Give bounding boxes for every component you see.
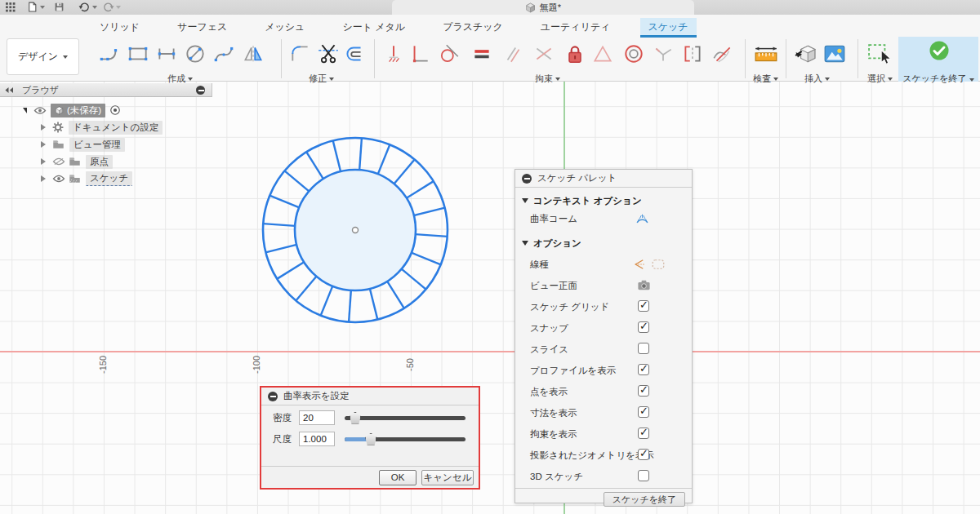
document-tab[interactable]: 無題*: [392, 0, 694, 15]
collapse-left-icon[interactable]: [5, 86, 14, 94]
show-profile-checkbox[interactable]: [638, 364, 649, 375]
tab-utilities[interactable]: ユーティリティ: [532, 18, 619, 38]
slice-checkbox[interactable]: [638, 343, 649, 354]
tree-item-document-settings[interactable]: ドキュメントの設定: [41, 120, 163, 135]
sketch-curvature-comb[interactable]: [0, 82, 980, 514]
insert-group-menu[interactable]: 挿入: [804, 73, 830, 85]
expand-closed-icon[interactable]: [41, 124, 46, 131]
ok-button[interactable]: OK: [379, 470, 416, 485]
offset-icon[interactable]: [343, 42, 366, 65]
two-point-line-icon[interactable]: [155, 42, 178, 65]
panel-collapse-icon[interactable]: [268, 392, 278, 401]
panel-collapse-icon[interactable]: [522, 174, 532, 184]
ribbon-tabs: ソリッド サーフェス メッシュ シート メタル プラスチック ユーティリティ ス…: [91, 18, 697, 38]
rectangle-icon[interactable]: [127, 42, 149, 65]
fillet-icon[interactable]: [289, 42, 312, 65]
show-points-checkbox[interactable]: [638, 385, 649, 397]
fix-lock-icon[interactable]: [564, 42, 586, 65]
document-cube-icon: [55, 106, 64, 115]
selection-box-icon[interactable]: [866, 42, 893, 65]
snap-checkbox[interactable]: [638, 321, 649, 333]
circle-diameter-icon[interactable]: [184, 42, 207, 65]
redo-icon[interactable]: [103, 2, 114, 13]
visibility-eye-icon[interactable]: [33, 106, 47, 115]
active-component-radio-icon[interactable]: [109, 104, 121, 116]
tangent-icon[interactable]: [438, 42, 461, 65]
save-icon[interactable]: [54, 2, 65, 12]
browser-panel-header[interactable]: ブラウザ: [0, 83, 212, 97]
mirror-icon[interactable]: [242, 42, 265, 65]
show-projected-geometry-checkbox[interactable]: [638, 449, 649, 460]
density-slider[interactable]: [345, 416, 466, 420]
palette-finish-sketch-button[interactable]: スケッチを終了: [604, 492, 685, 507]
tree-item-view-management[interactable]: ビュー管理: [41, 137, 125, 152]
document-chip[interactable]: (未保存): [51, 104, 105, 117]
trim-scissors-icon[interactable]: [317, 42, 340, 65]
select-group-menu[interactable]: 選択: [867, 73, 893, 85]
show-dimensions-checkbox[interactable]: [638, 406, 649, 418]
horizontal-vertical-icon[interactable]: [532, 42, 555, 65]
equal-icon[interactable]: [470, 42, 493, 65]
insert-mesh-cube-icon[interactable]: [794, 42, 817, 65]
file-menu-caret-icon[interactable]: [40, 6, 45, 9]
visibility-eye-icon[interactable]: [52, 174, 65, 184]
symmetry-icon[interactable]: [652, 42, 675, 65]
row-slice-label: スライス: [530, 339, 568, 359]
tree-item-document-root[interactable]: (未保存): [23, 103, 121, 117]
section-context-options[interactable]: コンテキスト オプション: [522, 193, 642, 209]
linetype-construction-icon[interactable]: [651, 258, 666, 271]
finish-sketch-button[interactable]: スケッチを終了: [898, 37, 978, 82]
expand-closed-icon[interactable]: [41, 175, 46, 182]
density-slider-handle[interactable]: [350, 412, 361, 424]
cancel-button[interactable]: キャンセル: [421, 470, 474, 485]
tab-plastic[interactable]: プラスチック: [434, 18, 511, 38]
panel-collapse-icon[interactable]: [196, 86, 205, 95]
sketch-palette-header[interactable]: スケッチ パレット: [515, 170, 692, 188]
app-grid-icon[interactable]: [5, 2, 16, 12]
section-options[interactable]: オプション: [522, 235, 581, 251]
inspect-group-menu[interactable]: 検査: [753, 73, 778, 85]
3d-sketch-checkbox[interactable]: [638, 470, 649, 481]
slot-arc-icon[interactable]: [98, 42, 121, 65]
redo-menu-caret-icon[interactable]: [116, 6, 121, 9]
tab-surface[interactable]: サーフェス: [169, 18, 235, 38]
sketch-grid-checkbox[interactable]: [638, 300, 649, 312]
tree-item-origin[interactable]: 原点: [41, 154, 113, 169]
coincident-icon[interactable]: [382, 42, 405, 65]
file-new-icon[interactable]: [27, 2, 38, 12]
perpendicular-icon[interactable]: [408, 42, 431, 65]
polygon-icon[interactable]: [591, 42, 614, 65]
tab-sketch[interactable]: スケッチ: [640, 18, 697, 38]
curvature-icon[interactable]: [710, 42, 733, 65]
folder-icon: [52, 140, 65, 149]
midpoint-icon[interactable]: [681, 42, 704, 65]
insert-image-icon[interactable]: [823, 42, 846, 65]
visibility-off-eye-icon[interactable]: [52, 157, 65, 166]
scale-input[interactable]: [299, 432, 335, 446]
undo-menu-caret-icon[interactable]: [92, 6, 97, 9]
expand-closed-icon[interactable]: [41, 158, 46, 165]
scale-slider-handle[interactable]: [365, 433, 376, 445]
expand-closed-icon[interactable]: [41, 141, 46, 148]
measure-ruler-icon[interactable]: [753, 42, 779, 65]
spline-icon[interactable]: [212, 42, 235, 65]
curvature-comb-icon[interactable]: [635, 211, 650, 225]
linetype-arrow-icon[interactable]: [631, 258, 646, 271]
undo-icon[interactable]: [78, 2, 90, 13]
modify-group-menu[interactable]: 修正: [309, 73, 334, 85]
scale-slider[interactable]: [345, 437, 466, 441]
show-constraints-checkbox[interactable]: [638, 428, 649, 439]
tab-mesh[interactable]: メッシュ: [256, 18, 313, 38]
tab-sheet-metal[interactable]: シート メタル: [334, 18, 413, 38]
density-input[interactable]: [299, 410, 335, 425]
tree-item-sketches[interactable]: スケッチ: [41, 171, 132, 186]
expand-open-icon[interactable]: [23, 108, 27, 113]
look-at-camera-icon[interactable]: [637, 279, 651, 291]
create-group-menu[interactable]: 作成: [167, 73, 193, 85]
viewport-canvas[interactable]: -150 -100 -50 ブラウザ (未保存) ドキュメントの設: [0, 82, 980, 514]
concentric-icon[interactable]: [622, 42, 645, 65]
parallel-icon[interactable]: [501, 42, 524, 65]
dialog-header[interactable]: 曲率表示を設定: [261, 388, 479, 405]
constrain-group-menu[interactable]: 拘束: [535, 73, 560, 85]
tab-solid[interactable]: ソリッド: [91, 18, 148, 38]
